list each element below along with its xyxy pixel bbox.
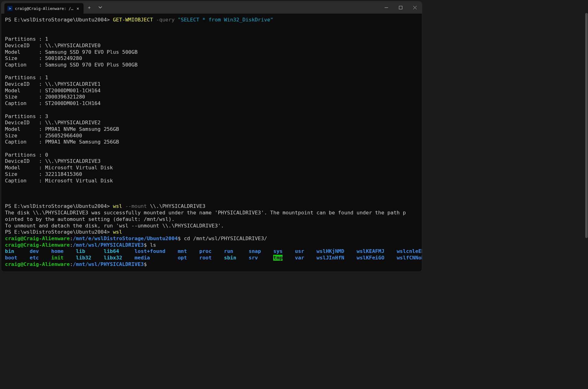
titlebar-drag-region[interactable] — [106, 1, 379, 14]
tab-strip: > craig@Craig-Alienware: /mnt/w ✕ — [1, 1, 84, 14]
terminal-body[interactable]: PS E:\wslDistroStorage\Ubuntu2004> GET-W… — [1, 14, 422, 272]
titlebar[interactable]: > craig@Craig-Alienware: /mnt/w ✕ ＋ — [1, 1, 422, 14]
terminal-window: > craig@Craig-Alienware: /mnt/w ✕ ＋ PS E… — [1, 1, 422, 272]
window-controls — [379, 1, 422, 14]
svg-rect-0 — [399, 6, 402, 9]
window-close-button[interactable] — [408, 1, 422, 14]
tab-title: craig@Craig-Alienware: /mnt/w — [15, 6, 75, 11]
tab-dropdown-button[interactable] — [95, 1, 106, 14]
close-icon[interactable]: ✕ — [75, 5, 80, 11]
minimize-button[interactable] — [379, 1, 393, 14]
new-tab-button[interactable]: ＋ — [84, 1, 95, 14]
powershell-icon: > — [7, 6, 12, 11]
maximize-button[interactable] — [393, 1, 408, 14]
tab-active[interactable]: > craig@Craig-Alienware: /mnt/w ✕ — [4, 3, 84, 14]
